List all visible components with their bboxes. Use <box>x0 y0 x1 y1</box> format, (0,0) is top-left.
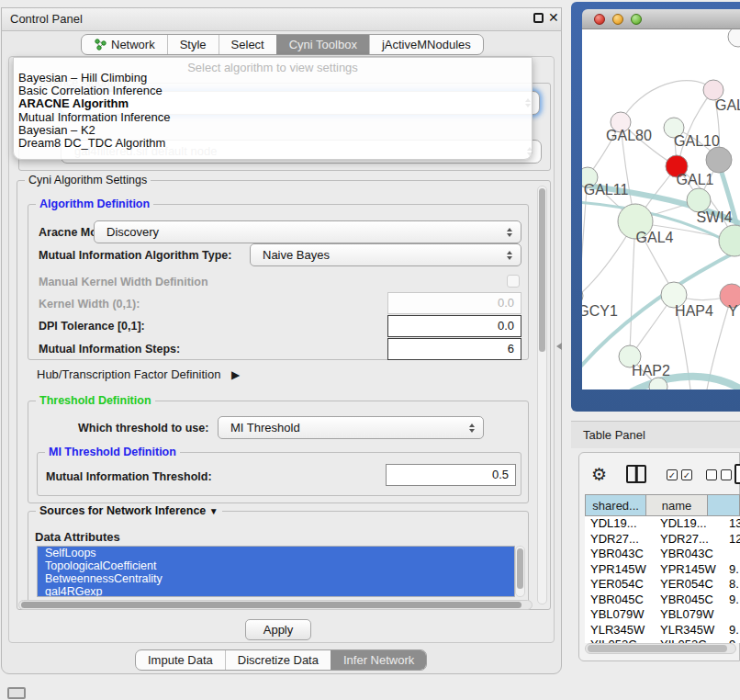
settings-hscrollbar-thumb[interactable] <box>21 602 521 608</box>
screen: Control Panel ✕ Network Style Select Cyn… <box>0 0 740 700</box>
which-threshold-combo[interactable]: MI Threshold <box>218 416 484 439</box>
table-body: YDL19...YDL19...13 YDR27...YDR27...12 YB… <box>585 516 740 643</box>
network-node-swi4[interactable] <box>719 225 740 256</box>
tab-infer-network[interactable]: Infer Network <box>331 650 426 670</box>
dpi-tolerance-label: DPI Tolerance [0,1]: <box>39 320 145 333</box>
close-traffic-light-icon[interactable] <box>594 14 605 25</box>
table-hscrollbar[interactable] <box>585 643 736 654</box>
network-node-label: GCY1 <box>582 303 618 319</box>
control-panel-tabbar: Network Style Select Cyni Toolbox jActiv… <box>81 34 484 55</box>
list-item[interactable]: TopologicalCoefficient <box>38 559 514 572</box>
manual-kernel-width-label: Manual Kernel Width Definition <box>39 276 208 288</box>
network-node-label: GAL4 <box>636 230 674 245</box>
kernel-width-field[interactable]: 0.0 <box>387 292 521 314</box>
threshold-definition-title: Threshold Definition <box>36 394 155 407</box>
network-canvas[interactable]: GAL7GAL80GAL10GAL1GAL11SWI4GAL4GCY1HAP4Y… <box>582 29 740 390</box>
table-panel-title: Table Panel <box>583 428 645 442</box>
control-panel-title: Control Panel <box>10 12 83 26</box>
aracne-mode-combo[interactable]: Discovery <box>94 220 521 243</box>
checked-checkbox-icon[interactable]: ✓ <box>667 469 678 480</box>
zoom-traffic-light-icon[interactable] <box>631 14 642 25</box>
tab-select[interactable]: Select <box>219 35 276 54</box>
float-window-icon[interactable] <box>533 13 544 23</box>
list-item[interactable]: SelfLoops <box>38 547 514 559</box>
network-node-label: GAL7 <box>715 97 740 113</box>
table-row[interactable]: YER054CYER054C8. <box>585 577 740 593</box>
algorithm-dropdown-popup: Select algorithm to view settings Bayesi… <box>13 57 533 160</box>
kernel-width-label: Kernel Width (0,1): <box>39 298 140 310</box>
network-node-label: Y <box>728 303 738 319</box>
settings-hscrollbar[interactable] <box>18 600 533 610</box>
tab-style[interactable]: Style <box>167 35 219 54</box>
mi-algorithm-type-combo[interactable]: Naive Bayes <box>250 243 521 266</box>
network-node-label: GAL10 <box>674 133 720 149</box>
combo-arrows-icon <box>469 423 475 433</box>
network-node-label: GAL11 <box>584 182 629 198</box>
minimize-traffic-light-icon[interactable] <box>612 14 623 25</box>
network-node[interactable] <box>706 147 732 173</box>
close-icon[interactable]: ✕ <box>548 10 559 25</box>
network-node[interactable] <box>728 29 740 47</box>
unchecked-checkbox-icon[interactable] <box>706 469 717 480</box>
network-node-label: GAL1 <box>677 172 714 187</box>
algorithm-definition-title: Algorithm Definition <box>36 198 153 210</box>
column-header-shared-name[interactable]: shared... <box>585 494 646 516</box>
algorithm-option-dream8[interactable]: Dream8 DC_TDC Algorithm <box>14 137 532 150</box>
attributes-list-scrollbar[interactable] <box>515 546 525 597</box>
algorithm-option-basic-correlation[interactable]: Basic Correlation Inference <box>14 85 532 97</box>
collapse-down-icon: ▼ <box>209 506 219 516</box>
column-header-name[interactable]: name <box>646 494 707 516</box>
tab-cyni-toolbox[interactable]: Cyni Toolbox <box>276 35 369 54</box>
panel-splitter-icon[interactable] <box>556 343 562 350</box>
attributes-list-scrollbar-thumb[interactable] <box>517 548 523 589</box>
combo-arrows-icon <box>507 228 512 237</box>
checked-checkbox-icon[interactable]: ✓ <box>681 469 692 480</box>
table-row[interactable]: YDR27...YDR27...12 <box>585 532 740 548</box>
table-row[interactable]: YDL19...YDL19...13 <box>585 516 740 532</box>
network-window-titlebar[interactable] <box>582 9 740 29</box>
tab-discretize-data[interactable]: Discretize Data <box>225 650 331 670</box>
algorithm-option-aracne[interactable]: ARACNE Algorithm <box>14 97 532 110</box>
cyni-bottom-tabbar: Impute Data Discretize Data Infer Networ… <box>135 649 427 671</box>
tab-network-label: Network <box>111 38 155 51</box>
manual-kernel-width-checkbox[interactable] <box>507 275 520 288</box>
list-item[interactable]: BetweennessCentrality <box>38 572 514 585</box>
cyni-algorithm-settings-title: Cyni Algorithm Settings <box>25 174 151 186</box>
gear-icon[interactable]: ⚙ <box>591 466 607 483</box>
minimized-panel-icon[interactable] <box>7 687 26 699</box>
network-icon <box>94 39 107 51</box>
tab-impute-data[interactable]: Impute Data <box>136 650 225 670</box>
tab-network[interactable]: Network <box>82 35 167 54</box>
table-hscrollbar-thumb[interactable] <box>588 645 727 652</box>
settings-scrollbar[interactable] <box>537 186 547 604</box>
apply-button[interactable]: Apply <box>245 619 311 640</box>
mi-steps-field[interactable]: 6 <box>387 338 521 360</box>
network-graph: GAL7GAL80GAL10GAL1GAL11SWI4GAL4GCY1HAP4Y… <box>582 29 740 390</box>
tab-jactivemnodules[interactable]: jActiveMNodules <box>369 35 483 54</box>
control-panel-titlebar <box>1 7 562 31</box>
table-row[interactable]: YBR045CYBR045C9. <box>585 593 740 608</box>
hub-definition-expander[interactable]: Hub/Transcription Factor Definition ▶ <box>37 367 240 381</box>
list-item[interactable]: gal4RGexp <box>38 585 514 597</box>
column-header-cut[interactable] <box>708 494 740 516</box>
sources-group-title[interactable]: Sources for Network Inference ▼ <box>36 504 222 517</box>
mi-threshold-field[interactable]: 0.5 <box>386 464 516 486</box>
column-chooser-icon[interactable] <box>626 465 646 483</box>
network-node-label: GAL80 <box>606 128 652 143</box>
settings-scrollbar-thumb[interactable] <box>539 188 545 352</box>
algorithm-option-bayesian-k2[interactable]: Bayesian – K2 <box>14 124 532 137</box>
expand-right-icon: ▶ <box>231 368 240 381</box>
network-node-gcy1[interactable] <box>582 287 583 305</box>
import-table-icon[interactable] <box>734 464 740 484</box>
network-node-label: HAP4 <box>675 303 713 319</box>
algorithm-dropdown-prompt: Select algorithm to view settings <box>14 58 532 72</box>
table-row[interactable]: YPR145WYPR145W9. <box>585 562 740 578</box>
combo-arrows-icon <box>507 251 512 260</box>
table-row[interactable]: YBL079WYBL079W <box>585 607 740 623</box>
algorithm-option-mutual-information[interactable]: Mutual Information Inference <box>14 111 532 124</box>
table-row[interactable]: YLR345WYLR345W9. <box>585 623 740 638</box>
dpi-tolerance-field[interactable]: 0.0 <box>387 315 521 337</box>
mi-steps-label: Mutual Information Steps: <box>39 343 180 356</box>
unchecked-checkbox-icon[interactable] <box>721 469 732 480</box>
table-row[interactable]: YBR043CYBR043C <box>585 547 740 562</box>
